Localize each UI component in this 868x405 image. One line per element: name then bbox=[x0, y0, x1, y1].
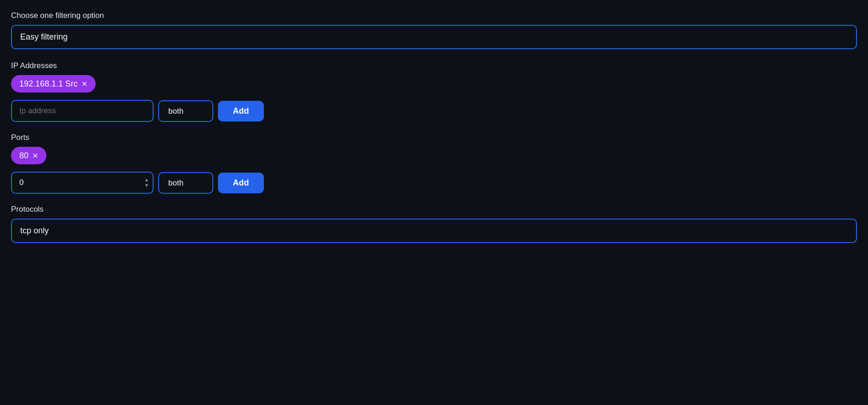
ip-tags-row: 192.168.1.1 Src ✕ bbox=[11, 75, 857, 93]
port-number-input[interactable] bbox=[11, 172, 154, 194]
ip-addresses-section: IP Addresses 192.168.1.1 Src ✕ both src … bbox=[11, 61, 857, 122]
spinner-up[interactable]: ▲ bbox=[144, 178, 149, 182]
port-tag-value: 80 bbox=[19, 151, 29, 161]
ip-direction-select[interactable]: both src dst bbox=[158, 100, 213, 122]
ip-tag-remove[interactable]: ✕ bbox=[81, 80, 87, 88]
filter-option-section: Choose one filtering option bbox=[11, 11, 857, 58]
protocols-section: Protocols bbox=[11, 205, 857, 252]
port-input-row: ▲ ▼ both src dst Add bbox=[11, 172, 857, 194]
port-spinner-wrapper: ▲ ▼ bbox=[11, 172, 154, 194]
ip-tag-value: 192.168.1.1 Src bbox=[19, 79, 78, 89]
ip-input-row: both src dst Add bbox=[11, 100, 857, 122]
ports-section: Ports 80 ✕ ▲ ▼ both src dst Add bbox=[11, 133, 857, 194]
ip-tag: 192.168.1.1 Src ✕ bbox=[11, 75, 96, 93]
ip-address-input[interactable] bbox=[11, 100, 154, 122]
port-tag: 80 ✕ bbox=[11, 147, 46, 164]
port-add-button[interactable]: Add bbox=[218, 173, 264, 193]
ip-addresses-label: IP Addresses bbox=[11, 61, 857, 70]
port-tags-row: 80 ✕ bbox=[11, 147, 857, 164]
spinner-down[interactable]: ▼ bbox=[144, 183, 149, 188]
spinner-arrows[interactable]: ▲ ▼ bbox=[144, 178, 149, 188]
filter-option-label: Choose one filtering option bbox=[11, 11, 857, 20]
protocols-label: Protocols bbox=[11, 205, 857, 214]
filter-option-input[interactable] bbox=[11, 25, 857, 49]
port-tag-remove[interactable]: ✕ bbox=[32, 151, 38, 160]
ip-add-button[interactable]: Add bbox=[218, 101, 264, 122]
protocols-input[interactable] bbox=[11, 219, 857, 243]
port-direction-select[interactable]: both src dst bbox=[158, 172, 213, 194]
ports-label: Ports bbox=[11, 133, 857, 142]
